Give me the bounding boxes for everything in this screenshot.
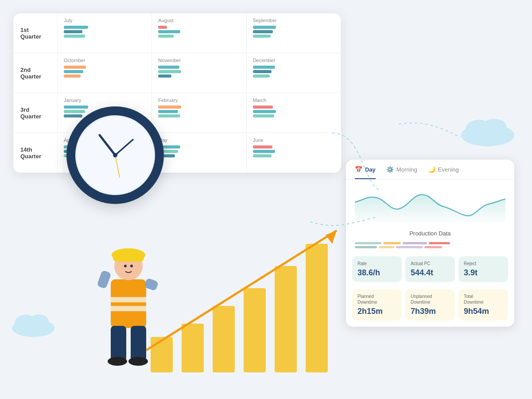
bar — [158, 35, 174, 38]
line-chart — [355, 187, 505, 222]
tab-day[interactable]: 📅 Day — [355, 166, 376, 179]
month-october-label: Octomber — [64, 58, 145, 63]
svg-rect-10 — [111, 326, 126, 361]
svg-rect-16 — [113, 253, 144, 262]
month-november-bars — [158, 66, 240, 78]
month-february-label: February — [158, 98, 240, 103]
month-june-label: June — [253, 137, 335, 143]
bar — [64, 110, 85, 113]
tab-morning-label: Morning — [396, 166, 417, 173]
bar — [64, 35, 85, 38]
svg-rect-23 — [275, 266, 297, 372]
month-july: July — [58, 13, 152, 53]
month-march: March — [247, 93, 341, 133]
legend-bar — [379, 246, 394, 248]
bar — [64, 30, 82, 33]
moon-icon: 🌙 — [428, 166, 435, 173]
quarter-1-label: 1stQuarter — [13, 13, 58, 53]
month-march-label: March — [253, 98, 334, 103]
stat-actual-pc-value: 544.4t — [411, 268, 450, 278]
bar — [64, 106, 88, 109]
svg-point-13 — [128, 357, 148, 366]
month-june: June — [247, 133, 341, 173]
svg-line-1 — [100, 135, 115, 155]
svg-rect-24 — [306, 244, 328, 372]
tab-day-label: Day — [365, 166, 376, 173]
stat-planned-value: 2h15m — [357, 307, 396, 316]
month-september-bars — [253, 26, 334, 38]
month-august-bars — [158, 26, 240, 38]
legend-row-1 — [355, 242, 505, 244]
quarterly-panel: 1stQuarter July August September — [13, 13, 341, 173]
tab-evening-label: Evening — [438, 166, 459, 173]
svg-marker-26 — [326, 231, 337, 244]
month-december-label: December — [253, 58, 334, 63]
bar — [158, 26, 167, 29]
bar — [158, 110, 178, 113]
stat-reject-label: Reject — [464, 261, 503, 266]
stat-total-label: TotalDowntime — [464, 293, 503, 305]
bar — [253, 35, 271, 38]
month-december: December — [247, 53, 341, 93]
bar — [253, 26, 276, 29]
bar — [64, 70, 83, 73]
svg-point-12 — [108, 357, 127, 366]
bar — [253, 114, 274, 117]
svg-line-2 — [115, 140, 133, 155]
month-may-bars — [158, 145, 240, 157]
svg-point-29 — [482, 119, 507, 137]
bar — [253, 154, 272, 157]
worker-illustration — [62, 191, 195, 377]
month-august-label: August — [158, 18, 240, 23]
stat-rate-label: Rate — [357, 261, 396, 266]
bar — [158, 66, 179, 69]
bar — [253, 145, 272, 149]
month-july-bars — [64, 26, 145, 38]
month-july-label: July — [64, 18, 145, 23]
quarter-4-label: 14thQuarter — [13, 133, 58, 173]
month-february-bars — [158, 106, 240, 117]
stat-rate: Rate 38.6/h — [352, 256, 402, 282]
legend-bar — [403, 242, 427, 244]
bar — [253, 150, 275, 153]
bar — [253, 70, 272, 73]
clock-svg — [75, 115, 155, 195]
svg-line-3 — [115, 155, 120, 177]
month-march-bars — [253, 106, 334, 117]
legend-bar — [383, 242, 401, 244]
month-february: February — [152, 93, 246, 133]
month-december-bars — [253, 66, 334, 78]
cloud-left — [9, 308, 58, 337]
stat-planned-downtime: PlannedDowntime 2h15m — [352, 289, 402, 321]
bar — [64, 26, 88, 29]
tab-morning[interactable]: ⚙️ Morning — [386, 166, 417, 179]
svg-rect-7 — [111, 306, 146, 311]
stat-actual-pc-label: Actual PC — [411, 261, 450, 266]
stat-reject: Reject 3.9t — [458, 256, 508, 282]
stat-total-downtime: TotalDowntime 9h54m — [458, 289, 508, 321]
stat-unplanned-label: UnplannedDowntime — [411, 293, 450, 305]
clock-circle — [66, 106, 164, 204]
svg-rect-21 — [213, 306, 235, 372]
legend-bar — [424, 246, 442, 248]
month-june-bars — [253, 145, 335, 157]
bar — [64, 66, 86, 69]
month-october: Octomber — [58, 53, 152, 93]
stats-top-grid: Rate 38.6/h Actual PC 544.4t Reject 3.9t — [346, 253, 514, 286]
legend-row-2 — [355, 246, 505, 248]
production-panel: 📅 Day ⚙️ Morning 🌙 Evening Produ — [346, 160, 514, 327]
svg-rect-6 — [111, 297, 146, 302]
svg-point-18 — [130, 265, 133, 267]
bar — [253, 110, 276, 113]
svg-rect-22 — [244, 288, 266, 372]
clock-face — [75, 115, 155, 195]
svg-point-4 — [113, 153, 117, 157]
legend-bar — [396, 246, 423, 248]
bar — [158, 30, 180, 33]
month-october-bars — [64, 66, 145, 78]
svg-point-32 — [29, 314, 49, 329]
month-may: May — [152, 133, 246, 173]
tab-evening[interactable]: 🌙 Evening — [428, 166, 459, 179]
gear-icon: ⚙️ — [386, 166, 394, 173]
month-september-label: September — [253, 18, 334, 23]
